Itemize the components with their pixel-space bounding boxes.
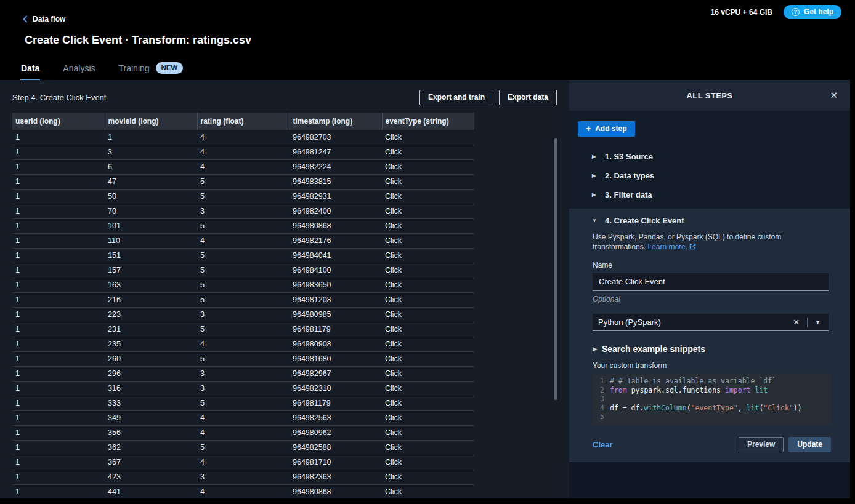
update-button[interactable]: Update [788, 437, 831, 452]
chevron-right-icon: ▶ [592, 192, 598, 198]
transform-description: Use Pyspark, Pandas, or Pyspark (SQL) to… [593, 232, 807, 252]
line-number: 4 [593, 404, 610, 413]
panel-empty-area [569, 462, 850, 498]
all-steps-header: ALL STEPS ✕ [569, 80, 850, 111]
table-cell: 964981680 [290, 351, 382, 366]
table-cell: 1 [12, 278, 105, 292]
table-cell: Click [382, 484, 474, 498]
table-cell: Click [382, 337, 474, 351]
table-cell: Click [382, 278, 474, 292]
all-steps-title: ALL STEPS [687, 91, 733, 100]
breadcrumb[interactable]: Data flow [22, 15, 65, 23]
line-number: 3 [593, 394, 610, 404]
learn-more-link[interactable]: Learn more. [647, 242, 687, 251]
table-cell: 964980908 [290, 337, 382, 351]
step-s3-source-label: 1. S3 Source [605, 152, 653, 161]
name-input[interactable] [593, 273, 829, 291]
step-create-click-event[interactable]: ▼ 4. Create Click Event [569, 209, 850, 230]
table-cell: 5 [197, 292, 290, 307]
table-cell: 3 [197, 470, 290, 484]
table-cell: 964982967 [290, 366, 382, 381]
vertical-scrollbar[interactable] [554, 138, 557, 400]
table-cell: 1 [12, 440, 105, 455]
table-row: 13163964982310Click [12, 381, 474, 396]
table-row: 134964981247Click [12, 145, 474, 159]
table-cell: 1 [12, 484, 105, 498]
table-cell: 964980868 [290, 218, 382, 233]
preview-button[interactable]: Preview [739, 437, 784, 452]
table-cell: 964981179 [290, 396, 382, 410]
table-row: 13335964981179Click [12, 396, 474, 410]
help-circle-icon: ? [792, 8, 800, 16]
table-cell: 964984041 [290, 248, 382, 263]
table-cell: 1 [12, 204, 105, 218]
clear-link[interactable]: Clear [593, 440, 613, 449]
add-step-label: Add step [595, 124, 626, 133]
table-cell: 1 [12, 307, 105, 322]
add-step-button[interactable]: + Add step [578, 121, 635, 137]
table-cell: 1 [12, 366, 105, 381]
table-cell: 5 [197, 189, 290, 204]
table-cell: 964980962 [290, 425, 382, 440]
table-cell: 1 [12, 263, 105, 278]
table-row: 12354964980908Click [12, 337, 474, 351]
step-data-types[interactable]: ▶ 2. Data types [569, 166, 850, 185]
code-editor[interactable]: 1# # Table is available as variable `df`… [593, 374, 831, 425]
table-cell: 296 [105, 366, 197, 381]
get-help-button[interactable]: ? Get help [784, 5, 841, 19]
search-snippets-toggle[interactable]: ▶ Search example snippets [593, 344, 831, 354]
table-cell: 1 [12, 425, 105, 440]
table-cell: Click [382, 233, 474, 248]
language-select[interactable]: Python (PySpark) ✕ ▼ [593, 314, 829, 331]
table-cell: Click [382, 248, 474, 263]
table-cell: 367 [105, 455, 197, 470]
table-row: 13625964982588Click [12, 440, 474, 455]
tab-data[interactable]: Data [20, 56, 40, 80]
table-cell: 1 [12, 470, 105, 484]
table-cell: 3 [197, 204, 290, 218]
chevron-right-icon: ▶ [592, 173, 598, 178]
steps-list: ▶ 1. S3 Source ▶ 2. Data types ▶ 3. Filt… [569, 147, 850, 462]
table-cell: 1 [12, 145, 105, 159]
table-cell: 964982176 [290, 233, 382, 248]
table-cell: 3 [105, 145, 197, 159]
top-header: 16 vCPU + 64 GiB ? Get help Data flow Cr… [0, 0, 850, 80]
table-row: 11635964983650Click [12, 278, 474, 292]
export-and-train-button[interactable]: Export and train [419, 90, 493, 105]
step-s3-source[interactable]: ▶ 1. S3 Source [569, 147, 850, 166]
table-cell: Click [382, 159, 474, 174]
table-header: userId (long) movieId (long) rating (flo… [12, 113, 474, 130]
table-cell: Click [382, 381, 474, 396]
transform-footer: Clear Preview Update [593, 437, 831, 452]
step-create-click-event-section: ▼ 4. Create Click Event Use Pyspark, Pan… [569, 209, 850, 462]
export-data-button[interactable]: Export data [499, 90, 557, 105]
table-cell: 964982310 [290, 381, 382, 396]
search-snippets-label: Search example snippets [602, 344, 705, 354]
column-header-timestamp: timestamp (long) [290, 113, 382, 130]
table-row: 12605964981680Click [12, 351, 474, 366]
table-cell: 1 [12, 292, 105, 307]
table-cell: 964982400 [290, 204, 382, 218]
table-cell: 4 [197, 159, 290, 174]
table-cell: 151 [105, 248, 197, 263]
dropdown-caret-icon[interactable]: ▼ [808, 319, 828, 326]
close-icon[interactable]: ✕ [830, 90, 838, 101]
clear-selection-icon[interactable]: ✕ [785, 318, 807, 327]
table-cell: 964982563 [290, 410, 382, 425]
tab-analysis-label: Analysis [63, 63, 95, 73]
table-cell: 5 [197, 248, 290, 263]
tab-bar: Data Analysis Training NEW [20, 56, 184, 80]
tab-analysis[interactable]: Analysis [62, 56, 95, 80]
table-row: 13494964982563Click [12, 410, 474, 425]
table-cell: 5 [197, 218, 290, 233]
name-label: Name [593, 261, 831, 270]
all-steps-panel: ALL STEPS ✕ + Add step ▶ 1. S3 Source ▶ … [569, 80, 850, 498]
table-row: 12315964981179Click [12, 322, 474, 337]
column-header-eventtype: eventType (string) [382, 113, 474, 130]
table-cell: 964980985 [290, 307, 382, 322]
tab-training[interactable]: Training NEW [118, 56, 184, 80]
table-cell: Click [382, 410, 474, 425]
breadcrumb-label: Data flow [33, 15, 65, 23]
step-filter-data[interactable]: ▶ 3. Filter data [569, 185, 850, 204]
table-cell: 333 [105, 396, 197, 410]
